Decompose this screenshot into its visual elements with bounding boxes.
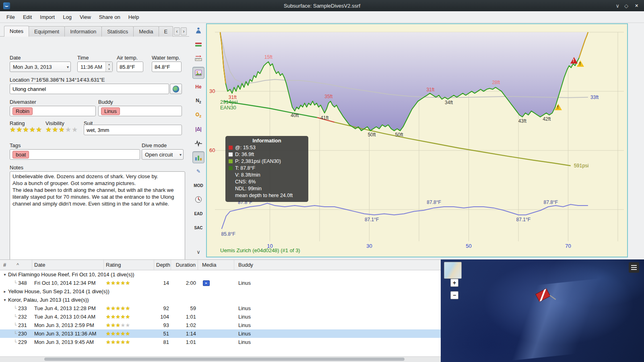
dive-row[interactable]: └232Tue Jun 4, 2013 10:04 AM★★★★★1041:01… — [0, 313, 441, 321]
tag-chip[interactable]: boat — [12, 151, 29, 158]
dive-site-map[interactable]: + − — [441, 259, 644, 362]
close-button[interactable]: ✕ — [633, 2, 640, 9]
tab-scroll-right-button[interactable]: › — [181, 27, 187, 35]
edit-icon[interactable]: ✎ — [192, 165, 204, 177]
time-spinbox[interactable]: 11:36 AM ▴ ▾ — [77, 62, 113, 72]
expand-icon[interactable]: ▸ — [2, 287, 8, 296]
column-header-media[interactable]: Media — [198, 260, 234, 270]
maximize-button[interactable]: ◇ — [624, 2, 628, 9]
location-input[interactable] — [10, 84, 169, 94]
airtemp-input[interactable] — [117, 62, 143, 72]
toolbar-scroll-down-icon[interactable]: ∨ — [192, 246, 204, 258]
rating-stars[interactable]: ★★★★★ — [10, 125, 42, 134]
dive-profile[interactable]: 30601030507015ft28ft31ft35ft31ft40ft41ft… — [206, 23, 628, 257]
helium-graph-icon[interactable]: He — [192, 81, 204, 93]
dive-duration: 1:01 — [171, 313, 198, 321]
trip-row[interactable]: ▸Yellow House, Sun Sep 21, 2014 (1 dive(… — [0, 287, 441, 296]
menu-log[interactable]: Log — [59, 12, 76, 22]
map-menu-button[interactable] — [629, 262, 639, 273]
menu-import[interactable]: Import — [36, 12, 59, 22]
spin-down-icon[interactable]: ▾ — [106, 67, 112, 72]
divemaster-chip[interactable]: Robin — [12, 107, 33, 115]
shade-button[interactable]: ∨ — [615, 2, 619, 9]
svg-text:30: 30 — [366, 243, 372, 249]
menu-edit[interactable]: Edit — [19, 12, 36, 22]
notes-textarea[interactable]: Unbelievable dive. Dozens and dozens of … — [10, 171, 185, 263]
column-header-num[interactable]: #^ — [0, 260, 32, 270]
suit-input[interactable] — [84, 125, 182, 135]
spin-up-icon[interactable]: ▴ — [106, 62, 112, 67]
tab-equipment[interactable]: Equipment — [29, 26, 65, 37]
dive-depth: 93 — [154, 321, 171, 329]
date-select[interactable]: Mon Jun 3, 2013 ▾ — [10, 62, 71, 72]
dive-row[interactable]: └230Mon Jun 3, 2013 11:36 AM★★★★★511:14L… — [0, 329, 441, 338]
map-overview-thumbnail[interactable] — [444, 262, 462, 279]
menu-help[interactable]: Help — [124, 12, 143, 22]
menu-view[interactable]: View — [76, 12, 95, 22]
watertemp-input[interactable] — [152, 62, 182, 72]
collapse-icon[interactable]: ▾ — [2, 270, 8, 279]
tab-e[interactable]: E — [159, 26, 173, 37]
tooltip-row: NDL: 99min — [229, 185, 305, 192]
tankbar-icon[interactable] — [192, 151, 204, 163]
column-header-buddy[interactable]: Buddy — [234, 260, 441, 270]
svg-text:35ft: 35ft — [324, 94, 333, 99]
column-header-duration[interactable]: Duration — [171, 260, 198, 270]
tab-notes[interactable]: Notes — [4, 26, 29, 37]
trip-row[interactable]: ▾Divi Flamingo House Reef, Fri Oct 10, 2… — [0, 270, 441, 279]
dive-info-panel: NotesEquipmentInformationStatisticsMedia… — [0, 23, 189, 259]
divemaster-input[interactable]: Robin — [10, 106, 96, 116]
buddy-chip[interactable]: Linus — [101, 107, 120, 115]
visibility-stars[interactable]: ★★★★★ — [45, 125, 78, 134]
tabbar: NotesEquipmentInformationStatisticsMedia… — [4, 26, 173, 37]
oxygen-graph-icon[interactable]: O2 — [192, 109, 204, 121]
buddy-input[interactable]: Linus — [98, 106, 182, 116]
divemode-select[interactable]: Open circuit ▾ — [142, 149, 184, 160]
trip-row[interactable]: ▾Koror, Palau, Jun 2013 (11 dive(s)) — [0, 296, 441, 304]
dive-flag-marker[interactable] — [533, 285, 558, 311]
column-header-depth[interactable]: Depth — [154, 260, 171, 270]
dive-depth: 104 — [154, 313, 171, 321]
ead-icon[interactable]: EAD — [192, 208, 204, 220]
scale-icon[interactable] — [192, 53, 204, 65]
diver-icon[interactable] — [192, 25, 204, 37]
svg-text:87.8°F: 87.8°F — [544, 200, 558, 205]
sac-icon[interactable]: SAC — [192, 222, 204, 234]
ndl-icon[interactable] — [192, 193, 204, 206]
map-zoom-out-button[interactable]: − — [450, 291, 458, 299]
dive-row[interactable]: └231Mon Jun 3, 2013 2:59 PM★★★★★931:02Li… — [0, 321, 441, 329]
mod-icon[interactable]: MOD — [192, 179, 204, 191]
column-header-date[interactable]: Date — [32, 260, 104, 270]
dive-number: 233 — [18, 304, 27, 313]
scrollbar-thumb[interactable] — [44, 358, 405, 361]
collapse-icon[interactable]: ▾ — [2, 296, 8, 304]
dive-number: 229 — [18, 338, 27, 346]
heartrate-icon[interactable] — [192, 137, 204, 149]
menu-file[interactable]: File — [2, 12, 19, 22]
video-icon[interactable] — [203, 280, 210, 286]
dive-row[interactable]: └233Tue Jun 4, 2013 12:28 PM★★★★★9259Lin… — [0, 304, 441, 313]
dive-row[interactable]: └229Mon Jun 3, 2013 9:45 AM★★★★★811:01Li… — [0, 338, 441, 346]
tab-information[interactable]: Information — [64, 26, 102, 37]
airtemp-label: Air temp. — [117, 55, 138, 61]
globe-button[interactable] — [170, 84, 182, 94]
nitrogen-graph-icon[interactable]: N2 — [192, 95, 204, 107]
chevron-down-icon: ▾ — [180, 152, 182, 157]
tissues-icon[interactable]: |Δ| — [192, 123, 204, 135]
divemode-label: Dive mode — [142, 142, 167, 148]
svg-text:591psi: 591psi — [574, 163, 589, 169]
tags-input[interactable]: boat — [10, 149, 140, 160]
tab-media[interactable]: Media — [133, 26, 159, 37]
photos-icon[interactable] — [192, 67, 204, 79]
ceiling-icon[interactable] — [192, 39, 204, 51]
menu-share-on[interactable]: Share on — [95, 12, 124, 22]
map-zoom-in-button[interactable]: + — [450, 279, 458, 287]
dive-row[interactable]: └348Fri Oct 10, 2014 12:34 PM★★★★★142:00… — [0, 279, 441, 287]
titlebar: Subsurface: SampleDivesV2.ssrf ∨ ◇ ✕ — [0, 0, 644, 11]
tab-statistics[interactable]: Statistics — [101, 26, 134, 37]
horizontal-scrollbar[interactable] — [0, 356, 441, 362]
trip-label: Koror, Palau, Jun 2013 (11 dive(s)) — [8, 296, 89, 304]
column-header-rating[interactable]: Rating — [104, 260, 154, 270]
menubar: FileEditImportLogViewShare onHelp — [0, 11, 644, 23]
tab-scroll-left-button[interactable]: ‹ — [174, 27, 180, 35]
